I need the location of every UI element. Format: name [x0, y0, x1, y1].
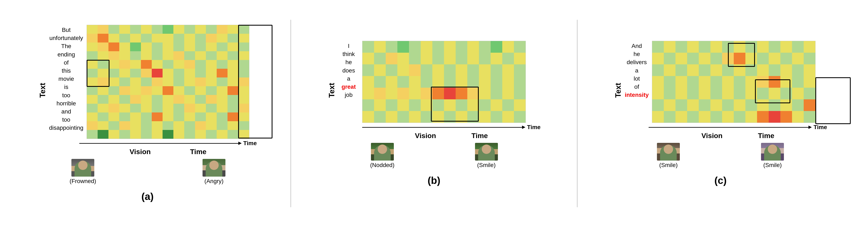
divider-1 [290, 20, 291, 207]
x-axis-label-c: Vision Time [625, 132, 827, 140]
text-column-a: But unfortunately The ending of this mov… [49, 25, 84, 132]
heatmap-b [362, 41, 526, 123]
highlight-box-c3 [815, 77, 851, 124]
time-label-a: Time [243, 140, 257, 147]
y-axis-label-a: Text [38, 83, 47, 98]
chart-wrapper-b: I think he does a great job [338, 41, 540, 140]
panel-c: Text And he delivers a lot of intensity [585, 41, 856, 186]
chart-wrapper-c: And he delivers a lot of intensity [625, 41, 827, 140]
face-label-b2: (Smile) [477, 162, 496, 169]
text-grid-c: And he delivers a lot of intensity [625, 41, 827, 123]
y-axis-label-b: Text [328, 83, 336, 98]
time-label-c: Time [813, 124, 827, 131]
face-label-a2: (Angry) [205, 178, 223, 185]
face-label-b1: (Nodded) [370, 162, 395, 169]
face-c2: (Smile) [761, 143, 784, 169]
face-label-c2: (Smile) [763, 162, 782, 169]
x-axis-label-b: Vision Time [338, 132, 540, 140]
text-grid-a: But unfortunately The ending of this mov… [49, 25, 257, 139]
panel-label-c: (c) [714, 175, 727, 186]
panel-a: Text But unfortunately The ending of thi… [12, 25, 283, 202]
panel-b: Text I think he does a great job [299, 41, 569, 186]
face-b2: (Smile) [475, 143, 498, 169]
x-axis-label-a: Vision Time [49, 148, 257, 156]
face-label-c1: (Smile) [659, 162, 678, 169]
heatmap-a [87, 25, 249, 139]
faces-b: (Nodded) (Smile) [299, 143, 569, 169]
chart-area-b: Text I think he does a great job [328, 41, 540, 140]
chart-area-a: Text But unfortunately The ending of thi… [38, 25, 257, 156]
panel-label-b: (b) [428, 175, 440, 186]
x-axis-c: Time [625, 124, 827, 131]
y-axis-label-c: Text [614, 83, 623, 98]
divider-2 [577, 20, 578, 207]
time-label-b: Time [527, 124, 540, 131]
face-a1: (Frowned) [69, 159, 96, 185]
text-grid-b: I think he does a great job [338, 41, 540, 123]
faces-a: (Frowned) (Angry) [12, 159, 283, 185]
face-a2: (Angry) [203, 159, 225, 185]
faces-c: (Smile) (Smile) [585, 143, 856, 169]
face-b1: (Nodded) [370, 143, 395, 169]
panel-label-a: (a) [141, 191, 154, 202]
text-column-b: I think he does a great job [338, 41, 359, 99]
x-axis-b: Time [338, 124, 540, 131]
x-axis-a: Time [49, 140, 257, 147]
face-c1: (Smile) [657, 143, 680, 169]
chart-area-c: Text And he delivers a lot of intensity [614, 41, 827, 140]
text-column-c: And he delivers a lot of intensity [625, 41, 649, 99]
heatmap-c [652, 41, 815, 123]
chart-wrapper-a: But unfortunately The ending of this mov… [49, 25, 257, 156]
face-label-a1: (Frowned) [69, 178, 96, 185]
